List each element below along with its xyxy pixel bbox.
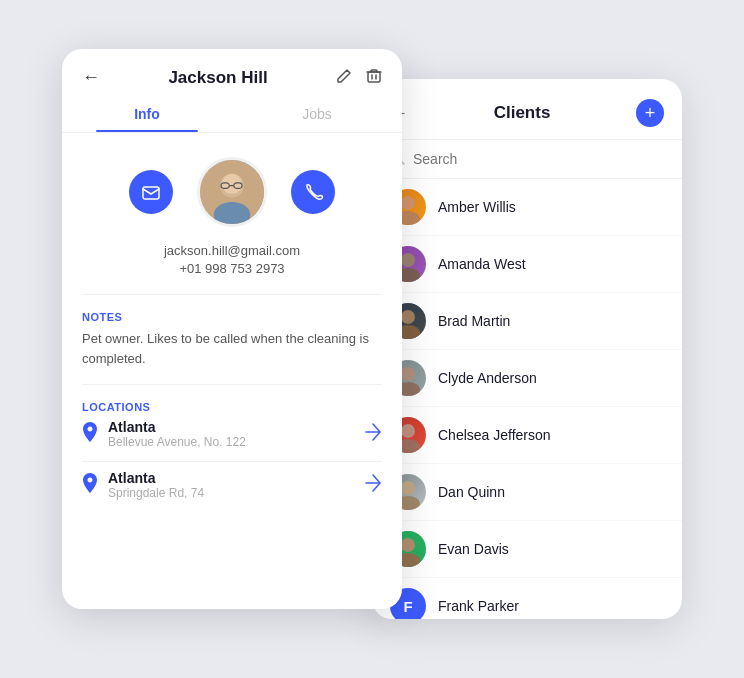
client-name: Amanda West (438, 256, 526, 272)
navigation-icon-2[interactable] (364, 474, 382, 496)
edit-icon[interactable] (336, 68, 352, 88)
phone-button[interactable] (291, 170, 335, 214)
email-address: jackson.hill@gmail.com (82, 243, 382, 258)
location-info-2: Atlanta Springdale Rd, 74 (108, 470, 354, 500)
navigation-icon-1[interactable] (364, 423, 382, 445)
svg-point-27 (222, 174, 242, 194)
profile-photo (197, 157, 267, 227)
svg-point-6 (401, 310, 415, 324)
svg-point-15 (401, 538, 415, 552)
tab-jobs[interactable]: Jobs (232, 96, 402, 132)
list-item[interactable]: Evan Davis (372, 521, 682, 578)
clients-add-button[interactable]: + (636, 99, 664, 127)
client-name: Frank Parker (438, 598, 519, 614)
svg-point-8 (401, 367, 415, 381)
svg-rect-23 (143, 187, 159, 199)
clients-title: Clients (494, 103, 551, 123)
profile-tabs: Info Jobs (62, 96, 402, 133)
profile-body: jackson.hill@gmail.com +01 998 753 2973 … (62, 133, 402, 609)
search-bar (372, 140, 682, 179)
list-item[interactable]: Clyde Anderson (372, 350, 682, 407)
svg-point-26 (214, 202, 251, 227)
profile-avatar-section (82, 133, 382, 243)
profile-back-button[interactable]: ← (82, 67, 100, 88)
client-name: Brad Martin (438, 313, 510, 329)
svg-point-12 (401, 481, 415, 495)
search-input[interactable] (413, 151, 664, 167)
list-item[interactable]: Dan Quinn (372, 464, 682, 521)
delete-icon[interactable] (366, 68, 382, 88)
svg-point-10 (401, 424, 415, 438)
tab-info[interactable]: Info (62, 96, 232, 132)
locations-label: LOCATIONS (82, 401, 382, 413)
list-item[interactable]: Amanda West (372, 236, 682, 293)
divider (82, 461, 382, 462)
client-name: Chelsea Jefferson (438, 427, 551, 443)
clients-header: ← Clients + (372, 79, 682, 140)
profile-header: ← Jackson Hill (62, 49, 402, 88)
divider (82, 384, 382, 385)
list-item[interactable]: Chelsea Jefferson (372, 407, 682, 464)
location-address-1: Bellevue Avenue, No. 122 (108, 435, 354, 449)
svg-point-4 (401, 253, 415, 267)
profile-actions (336, 68, 382, 88)
location-info-1: Atlanta Bellevue Avenue, No. 122 (108, 419, 354, 449)
location-item-1[interactable]: Atlanta Bellevue Avenue, No. 122 (82, 419, 382, 449)
profile-name: Jackson Hill (168, 68, 267, 88)
email-button[interactable] (129, 170, 173, 214)
divider (82, 294, 382, 295)
list-item[interactable]: Amber Willis (372, 179, 682, 236)
clients-list: Amber Willis Amanda West Brad Martin Cly… (372, 179, 682, 619)
location-city-2: Atlanta (108, 470, 354, 486)
location-city-1: Atlanta (108, 419, 354, 435)
location-pin-icon (82, 422, 98, 447)
svg-point-2 (401, 196, 415, 210)
list-item[interactable]: F Frank Parker (372, 578, 682, 619)
client-name: Amber Willis (438, 199, 516, 215)
client-name: Dan Quinn (438, 484, 505, 500)
notes-label: NOTES (82, 311, 382, 323)
clients-card: ← Clients + Amber Willis (372, 79, 682, 619)
contact-info: jackson.hill@gmail.com +01 998 753 2973 (82, 243, 382, 276)
location-pin-icon-2 (82, 473, 98, 498)
list-item[interactable]: Brad Martin (372, 293, 682, 350)
profile-card: ← Jackson Hill (62, 49, 402, 609)
phone-number: +01 998 753 2973 (82, 261, 382, 276)
notes-text: Pet owner. Likes to be called when the c… (82, 329, 382, 368)
location-address-2: Springdale Rd, 74 (108, 486, 354, 500)
location-item-2[interactable]: Atlanta Springdale Rd, 74 (82, 470, 382, 500)
client-name: Evan Davis (438, 541, 509, 557)
client-name: Clyde Anderson (438, 370, 537, 386)
svg-rect-19 (368, 72, 380, 82)
